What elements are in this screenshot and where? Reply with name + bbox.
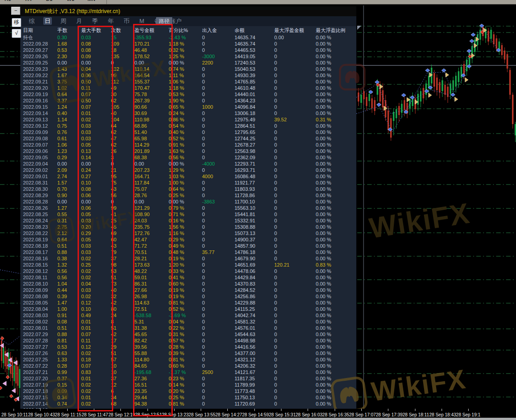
table-row[interactable]: 2022.07.210.990.8310-195.68-1.37 %250014… bbox=[20, 369, 356, 375]
close-triangle-icon bbox=[3, 381, 6, 386]
table-row[interactable]: 2022.09.262.300.09135178.521.25 %-300014… bbox=[20, 53, 356, 60]
path-button[interactable]: 路径 bbox=[156, 17, 172, 25]
cell: 1.23 bbox=[57, 148, 81, 154]
table-row[interactable]: 2022.08.250.550.0541108.900.71 %015441.8… bbox=[20, 211, 356, 217]
table-row[interactable]: 2022.08.101.040.047386.310.60 %014370.83… bbox=[20, 281, 356, 287]
table-row[interactable]: 2022.09.270.530.081846.480.32 %014465.53… bbox=[20, 47, 356, 53]
table-row[interactable]: 2022.08.190.640.056042.470.29 %014900.37… bbox=[20, 236, 356, 243]
axis-time-label: 28 Sep 18:11 bbox=[403, 412, 429, 417]
tab-年[interactable]: 年 bbox=[106, 17, 115, 25]
table-row[interactable]: 2022.08.300.700.084375.070.64 %011803.93… bbox=[20, 186, 356, 192]
table-row[interactable]: 2022.09.012.740.2795164.711.03 %40001608… bbox=[20, 173, 356, 180]
candle-body bbox=[455, 76, 457, 87]
tab-币[interactable]: 币 bbox=[122, 17, 131, 25]
table-row[interactable]: 2022.09.040.000.0000.000.00 %-400012293.… bbox=[20, 161, 356, 167]
table-row[interactable]: 2022.09.151.240.0710590.660.65 %10001409… bbox=[20, 104, 356, 110]
table-row[interactable]: 2022.08.120.560.025348.220.33 %014478.06… bbox=[20, 268, 356, 274]
table-row[interactable]: 2022.07.260.630.025155.880.39 %014377.00… bbox=[20, 350, 356, 356]
table-row[interactable]: 持仓0.300.0315-355.93-2.43 %014635.740.000… bbox=[20, 34, 356, 41]
table-row[interactable]: 2022.08.160.380.023728.210.19 %014679.90… bbox=[20, 255, 356, 262]
table-row[interactable]: 2022.09.131.140.02104110.980.86 %012975.… bbox=[20, 116, 356, 123]
cell: 0.56 bbox=[57, 268, 81, 274]
check-button[interactable]: √ bbox=[12, 29, 21, 38]
table-row[interactable]: 2022.08.280.000.0000.000.00 %-386311700.… bbox=[20, 198, 356, 205]
table-row[interactable]: 2022.09.163.370.5062267.391.90 %014364.2… bbox=[20, 97, 356, 104]
tab-季[interactable]: 季 bbox=[91, 17, 99, 25]
cell: 0.11 bbox=[81, 337, 111, 344]
move-panel-button[interactable]: 移 bbox=[12, 18, 21, 27]
cell: 114.29 bbox=[134, 142, 169, 148]
tab-日[interactable]: 日 bbox=[43, 17, 52, 25]
cell: 2022.09.27 bbox=[23, 47, 57, 53]
cell: 2022.09.23 bbox=[23, 66, 57, 72]
tab-综[interactable]: 综 bbox=[28, 17, 36, 25]
table-row[interactable]: 2022.08.041.000.108072.510.52 %014115.25… bbox=[20, 306, 356, 312]
table-row[interactable]: 2022.09.061.230.1326201.891.63 %012563.9… bbox=[20, 148, 356, 154]
cell: 114.80 bbox=[134, 356, 169, 363]
table-row[interactable]: 2022.07.290.880.074245.650.31 %014544.63… bbox=[20, 331, 356, 337]
timeframe-button-d1[interactable]: D1 bbox=[46, 0, 52, 2]
timeframe-button-w1[interactable]: W1 bbox=[67, 0, 74, 2]
table-row[interactable]: 2022.09.281.680.08109170.211.18 %014635.… bbox=[20, 41, 356, 47]
table-row[interactable]: 2022.09.231.430.04132110.140.74 %015040.… bbox=[20, 66, 356, 72]
table-row[interactable]: 2022.08.222.120.2969172.761.16 %015073.1… bbox=[20, 230, 356, 236]
table-row[interactable]: 2022.08.232.750.2045235.751.56 %015308.8… bbox=[20, 224, 356, 230]
table-row[interactable]: 2022.08.030.910.4924-538.58-3.69 %014042… bbox=[20, 312, 356, 318]
table-row[interactable]: 2022.08.090.440.034027.660.19 %014284.52… bbox=[20, 287, 356, 293]
table-row[interactable]: 2022.08.080.390.023226.980.19 %014256.86… bbox=[20, 293, 356, 300]
cell: 0 bbox=[202, 356, 235, 363]
cell: 0 bbox=[274, 243, 316, 249]
table-row[interactable]: 2022.09.201.020.1149170.471.18 %014610.4… bbox=[20, 85, 356, 91]
timeframe-button-mn[interactable]: MN bbox=[88, 0, 95, 2]
table-row[interactable]: 2022.09.080.610.034765.980.52 %012744.25… bbox=[20, 135, 356, 142]
cell: 60 bbox=[111, 236, 134, 243]
tab-M[interactable]: M bbox=[138, 17, 146, 25]
timeframe-button-h1[interactable]: H1 bbox=[5, 0, 11, 2]
cell: 29.44 bbox=[134, 394, 169, 401]
table-row[interactable]: 2022.07.180.090.02623.350.20 %011773.480… bbox=[20, 388, 356, 394]
minimize-button[interactable]: − bbox=[11, 7, 20, 15]
table-row[interactable]: 2022.07.280.810.111782.420.57 %014498.98… bbox=[20, 337, 356, 344]
cell: 0.00 % bbox=[316, 47, 352, 53]
table-row[interactable]: 2022.07.251.330.1857114.800.81 %014321.1… bbox=[20, 356, 356, 363]
table-row[interactable]: 2022.09.190.640.073075.780.53 %014440.01… bbox=[20, 91, 356, 97]
table-row[interactable]: 2022.08.170.880.037970.510.48 %35.771478… bbox=[20, 249, 356, 255]
table-row[interactable]: 2022.09.140.400.014030.690.24 %013006.18… bbox=[20, 110, 356, 116]
table-row[interactable]: 2022.09.250.000.0000.000.00 %220017240.5… bbox=[20, 60, 356, 66]
table-row[interactable]: 2022.07.200.370.013727.360.23 %011817.35… bbox=[20, 375, 356, 382]
timeframe-button-h4[interactable]: H4 bbox=[25, 0, 32, 2]
table-row[interactable]: 2022.07.270.530.122939.560.28 %014416.56… bbox=[20, 344, 356, 350]
time-axis[interactable]: 28 Sep 10:1128 Sep 10:4328 Sep 11:1528 S… bbox=[0, 409, 516, 420]
cell: 0 bbox=[274, 78, 316, 85]
table-row[interactable]: 2022.08.240.310.032524.030.16 %015332.91… bbox=[20, 217, 356, 224]
cell: 0.00 % bbox=[316, 337, 352, 344]
table-row[interactable]: 2022.09.071.060.0562114.290.91 %012678.2… bbox=[20, 142, 356, 148]
table-row[interactable]: 2022.08.311.570.1075117.841.00 %011921.7… bbox=[20, 180, 356, 186]
table-row[interactable]: 2022.09.050.290.14368.380.56 %012362.090… bbox=[20, 154, 356, 161]
table-row[interactable]: 2022.07.150.340.013429.440.25 %011750.13… bbox=[20, 394, 356, 401]
table-row[interactable]: 2022.08.010.510.015131.380.22 %014576.01… bbox=[20, 325, 356, 331]
table-row[interactable]: 2022.07.190.150.021216.510.14 %011789.99… bbox=[20, 382, 356, 388]
table-row[interactable]: 2022.08.261.270.0699121.290.79 %015563.1… bbox=[20, 205, 356, 211]
table-row[interactable]: 2022.09.120.750.036468.860.54 %012864.51… bbox=[20, 123, 356, 129]
cell: 0 bbox=[274, 268, 316, 274]
cell: 2022.08.04 bbox=[23, 306, 57, 312]
table-row[interactable]: 2022.09.022.090.2421207.231.29 %016293.7… bbox=[20, 167, 356, 173]
candle-body bbox=[417, 94, 419, 105]
table-row[interactable]: 2022.08.110.560.025159.010.41 %014429.84… bbox=[20, 274, 356, 281]
cell: 0.00 % bbox=[316, 91, 352, 97]
table-row[interactable]: 2022.09.213.750.50112155.371.06 %014765.… bbox=[20, 78, 356, 85]
tab-月[interactable]: 月 bbox=[75, 17, 83, 25]
table-row[interactable]: 2022.09.221.670.0699164.541.11 %014930.3… bbox=[20, 72, 356, 78]
table-row[interactable]: 2022.08.151.320.2598173.631.20 %014651.6… bbox=[20, 262, 356, 268]
table-row[interactable]: 2022.08.051.470.1242114.630.81 %014229.8… bbox=[20, 300, 356, 306]
table-row[interactable]: 2022.07.220.280.071084.650.60 %014206.32… bbox=[20, 363, 356, 369]
cell: 120.21 bbox=[274, 262, 316, 268]
candle-body bbox=[466, 60, 468, 71]
table-row[interactable]: 2022.08.290.900.065628.760.25 %011728.86… bbox=[20, 192, 356, 198]
table-row[interactable]: 2022.08.180.510.034371.720.49 %014857.90… bbox=[20, 243, 356, 249]
table-row[interactable]: 2022.08.020.080.0185.310.04 %014581.3200… bbox=[20, 318, 356, 325]
tab-周[interactable]: 周 bbox=[59, 17, 68, 25]
table-row[interactable]: 2022.09.090.760.036251.400.40 %012795.65… bbox=[20, 129, 356, 135]
table-row[interactable]: 2022.07.140.740.026894.380.81 %011720.69… bbox=[20, 401, 356, 407]
